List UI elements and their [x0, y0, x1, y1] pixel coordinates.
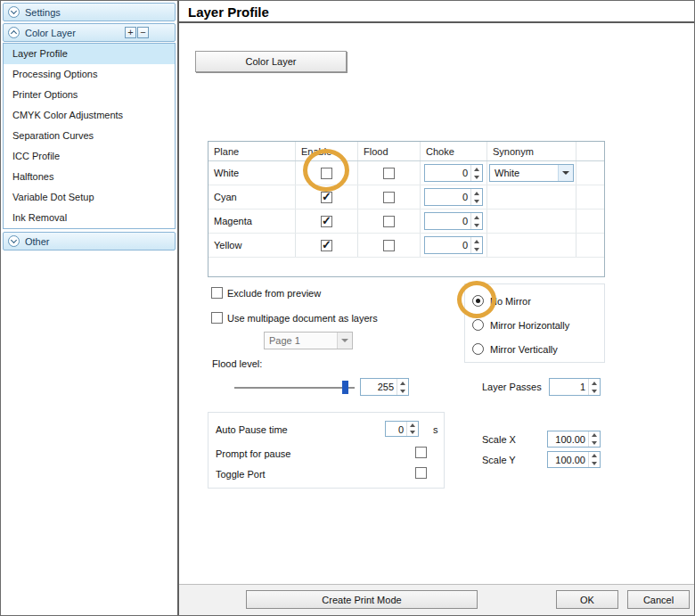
spinner-value: 0 [425, 165, 470, 181]
tab-color-layer[interactable]: Color Layer [195, 51, 347, 72]
spinner-arrows[interactable] [470, 165, 482, 181]
page-select-value: Page 1 [265, 335, 337, 346]
auto-pause-spinner[interactable]: 0 [385, 421, 419, 437]
table-row-magenta: Magenta 0 [208, 209, 604, 234]
sidebar-section-color-layer[interactable]: Color Layer + − [3, 23, 176, 42]
spinner-value: 1 [550, 379, 588, 395]
layer-passes-label: Layer Passes [482, 382, 542, 392]
spinner-arrows[interactable] [470, 213, 482, 229]
no-mirror-label: No Mirror [490, 296, 531, 307]
create-print-mode-button[interactable]: Create Print Mode [246, 590, 478, 609]
chevron-down-icon[interactable] [8, 235, 20, 247]
spinner-arrows[interactable] [588, 379, 600, 395]
dropdown-value: White [490, 168, 558, 178]
column-header-synonym: Synonym [487, 142, 576, 160]
yellow-choke-spinner[interactable]: 0 [424, 236, 483, 254]
yellow-flood-checkbox[interactable] [383, 240, 395, 251]
chevron-up-icon[interactable] [8, 27, 20, 38]
mirror-vertically-label: Mirror Vertically [490, 344, 558, 355]
cyan-flood-checkbox[interactable] [383, 192, 395, 203]
sidebar-item-cmyk-color-adjustments[interactable]: CMYK Color Adjustments [4, 105, 175, 126]
page-select-dropdown[interactable]: Page 1 [264, 332, 353, 349]
sidebar-item-icc-profile[interactable]: ICC Profile [4, 146, 175, 167]
scale-x-label: Scale X [482, 434, 516, 445]
ok-button[interactable]: OK [556, 590, 618, 609]
spinner-value: 0 [425, 189, 470, 205]
column-header-plane: Plane [208, 142, 296, 160]
exclude-from-preview-checkbox[interactable] [211, 287, 223, 299]
remove-layer-button[interactable]: − [137, 27, 149, 38]
magenta-enable-checkbox[interactable] [321, 216, 332, 227]
auto-pause-time-label: Auto Pause time [216, 424, 288, 435]
prompt-for-pause-checkbox[interactable] [415, 447, 427, 458]
use-multipage-label: Use multipage document as layers [227, 313, 378, 324]
ok-label: OK [580, 595, 594, 605]
layer-profile-window: Settings Color Layer + − Layer Profile P… [0, 0, 695, 616]
cyan-choke-spinner[interactable]: 0 [424, 188, 483, 206]
spinner-value: 255 [361, 379, 397, 395]
mirror-horizontally-radio[interactable] [472, 319, 484, 331]
table-row-cyan: Cyan 0 [208, 185, 604, 209]
table-row-white: White 0 White [208, 161, 604, 185]
add-layer-button[interactable]: + [125, 27, 136, 38]
white-choke-spinner[interactable]: 0 [424, 164, 483, 182]
white-flood-checkbox[interactable] [383, 168, 395, 179]
flood-level-label: Flood level: [212, 358, 262, 369]
sidebar-item-variable-dot-setup[interactable]: Variable Dot Setup [4, 187, 175, 208]
column-header-empty [576, 142, 604, 160]
column-header-enable: Enable [296, 142, 358, 160]
plane-table: Plane Enable Flood Choke Synonym White 0 [208, 141, 605, 277]
chevron-down-icon[interactable] [337, 333, 352, 349]
pause-group: Auto Pause time 0 s Prompt for pause Tog… [208, 412, 445, 489]
toggle-port-checkbox[interactable] [415, 467, 427, 479]
cancel-button[interactable]: Cancel [627, 590, 690, 609]
spinner-arrows[interactable] [470, 189, 482, 205]
cyan-enable-checkbox[interactable] [321, 192, 332, 203]
settings-section-label: Settings [25, 7, 61, 18]
scale-x-spinner[interactable]: 100.00 [547, 431, 601, 448]
sidebar-item-processing-options[interactable]: Processing Options [4, 64, 175, 85]
spinner-value: 0 [425, 237, 470, 253]
flood-level-spinner[interactable]: 255 [360, 378, 409, 396]
spinner-arrows[interactable] [406, 422, 418, 436]
spinner-value: 100.00 [548, 452, 588, 467]
table-row-yellow: Yellow 0 [208, 234, 604, 258]
magenta-choke-spinner[interactable]: 0 [424, 212, 483, 230]
mirror-option-horizontal: Mirror Horizontally [472, 318, 569, 332]
white-enable-checkbox[interactable] [321, 168, 332, 179]
chevron-down-icon[interactable] [558, 165, 573, 181]
plane-label: Cyan [208, 185, 296, 209]
magenta-flood-checkbox[interactable] [383, 216, 395, 227]
sidebar-section-settings[interactable]: Settings [3, 3, 176, 21]
sidebar-item-ink-removal[interactable]: Ink Removal [4, 208, 175, 228]
scale-y-spinner[interactable]: 100.00 [547, 451, 601, 468]
use-multipage-checkbox[interactable] [211, 312, 223, 324]
white-synonym-dropdown[interactable]: White [489, 164, 574, 182]
sidebar-item-layer-profile[interactable]: Layer Profile [4, 44, 175, 64]
chevron-down-icon[interactable] [8, 6, 20, 18]
plane-label: Magenta [208, 209, 296, 233]
spinner-arrows[interactable] [588, 452, 600, 467]
sidebar-item-halftones[interactable]: Halftones [4, 167, 175, 187]
layer-passes-spinner[interactable]: 1 [549, 378, 601, 396]
main-panel: Layer Profile Color Layer Plane Enable F… [179, 1, 695, 616]
sidebar-section-other[interactable]: Other [3, 232, 176, 251]
no-mirror-radio[interactable] [472, 295, 484, 307]
sidebar-item-separation-curves[interactable]: Separation Curves [4, 126, 175, 146]
flood-level-slider[interactable] [234, 387, 355, 389]
yellow-enable-checkbox[interactable] [321, 240, 332, 251]
column-header-flood: Flood [358, 142, 421, 160]
exclude-from-preview-label: Exclude from preview [227, 288, 321, 299]
sidebar: Settings Color Layer + − Layer Profile P… [1, 1, 179, 616]
mirror-vertically-radio[interactable] [472, 343, 484, 355]
prompt-for-pause-label: Prompt for pause [216, 448, 290, 459]
sidebar-item-printer-options[interactable]: Printer Options [4, 85, 175, 105]
spinner-arrows[interactable] [470, 237, 482, 253]
flood-level-slider-thumb[interactable] [342, 381, 348, 394]
spinner-arrows[interactable] [588, 431, 600, 447]
mirror-group: No Mirror Mirror Horizontally Mirror Ver… [464, 283, 605, 363]
layer-add-remove-buttons: + − [125, 27, 149, 38]
spinner-arrows[interactable] [397, 379, 408, 395]
column-header-choke: Choke [421, 142, 487, 160]
mirror-option-no-mirror: No Mirror [472, 294, 531, 308]
